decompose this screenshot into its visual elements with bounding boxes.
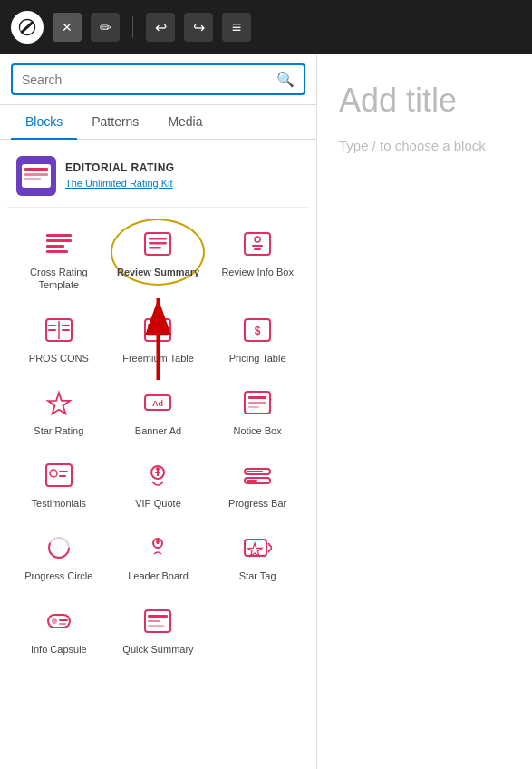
svg-rect-4 bbox=[24, 178, 41, 180]
svg-point-37 bbox=[50, 470, 57, 477]
svg-rect-24 bbox=[148, 324, 168, 326]
cross-rating-icon bbox=[40, 228, 78, 260]
svg-rect-21 bbox=[62, 325, 70, 326]
review-info-label: Review Info Box bbox=[221, 266, 293, 278]
svg-rect-34 bbox=[248, 402, 266, 404]
menu-button[interactable]: ≡ bbox=[222, 13, 251, 42]
banner-ad-label: Banner Ad bbox=[135, 424, 181, 437]
star-tag-icon bbox=[238, 531, 276, 564]
review-info-icon bbox=[238, 228, 276, 260]
editorial-icon bbox=[16, 156, 56, 196]
svg-rect-11 bbox=[149, 242, 167, 245]
block-item-leader-board[interactable]: Leader Board bbox=[111, 521, 207, 589]
info-capsule-label: Info Capsule bbox=[31, 643, 87, 656]
wp-logo[interactable] bbox=[11, 11, 44, 44]
pricing-label: Pricing Table bbox=[229, 352, 286, 365]
svg-rect-16 bbox=[254, 248, 261, 250]
block-item-cross-rating-template[interactable]: Cross Rating Template bbox=[11, 217, 107, 299]
close-button[interactable]: ✕ bbox=[53, 13, 82, 42]
editorial-subtitle[interactable]: The Unlimited Rating Kit bbox=[65, 178, 173, 189]
undo-button[interactable]: ↩ bbox=[146, 13, 175, 42]
pros-cons-label: PROS CONS bbox=[29, 352, 89, 365]
add-title[interactable]: Add title bbox=[339, 82, 510, 120]
cross-rating-label: Cross Rating Template bbox=[16, 266, 102, 292]
block-item-star-rating[interactable]: Star Rating bbox=[11, 375, 107, 444]
svg-rect-12 bbox=[149, 247, 161, 249]
block-item-info-capsule[interactable]: Info Capsule bbox=[11, 594, 107, 663]
star-rating-icon bbox=[40, 386, 78, 419]
review-summary-icon bbox=[139, 228, 177, 260]
block-item-quick-summary[interactable]: Quick Summary bbox=[111, 594, 207, 663]
tab-media[interactable]: Media bbox=[153, 105, 217, 140]
block-item-review-info-box[interactable]: Review Info Box bbox=[209, 217, 305, 299]
svg-rect-59 bbox=[148, 625, 164, 627]
main-layout: 🔍 Blocks Patterns Media bbox=[0, 54, 532, 769]
svg-rect-22 bbox=[62, 329, 70, 331]
block-item-progress-bar[interactable]: Progress Bar bbox=[209, 448, 305, 517]
block-item-banner-ad[interactable]: Ad Banner Ad bbox=[111, 375, 207, 444]
search-bar: 🔍 bbox=[0, 54, 316, 105]
svg-rect-6 bbox=[46, 239, 72, 242]
quick-summary-label: Quick Summary bbox=[122, 643, 193, 656]
search-input-wrap: 🔍 bbox=[11, 63, 305, 95]
progress-circle-label: Progress Circle bbox=[24, 569, 92, 582]
info-capsule-icon bbox=[40, 605, 78, 638]
pricing-icon: $ bbox=[238, 314, 276, 346]
left-panel: 🔍 Blocks Patterns Media bbox=[0, 54, 317, 769]
editorial-title: EDITORIAL RATING bbox=[65, 161, 175, 174]
svg-rect-53 bbox=[52, 618, 57, 624]
svg-rect-45 bbox=[247, 471, 263, 472]
svg-text:$: $ bbox=[255, 325, 261, 337]
svg-rect-33 bbox=[248, 396, 266, 399]
block-item-vip-quote[interactable]: VIP Quote bbox=[111, 448, 207, 517]
pros-cons-icon bbox=[40, 314, 78, 346]
progress-circle-icon bbox=[40, 531, 78, 564]
right-panel: Add title Type / to choose a block bbox=[317, 54, 532, 769]
svg-rect-3 bbox=[24, 173, 48, 176]
blocks-list: EDITORIAL RATING The Unlimited Rating Ki… bbox=[0, 140, 316, 769]
freemium-label: Freemium Table bbox=[122, 352, 194, 365]
search-input[interactable] bbox=[22, 73, 276, 87]
freemium-icon bbox=[139, 314, 177, 346]
svg-rect-58 bbox=[148, 620, 160, 622]
svg-rect-39 bbox=[59, 475, 66, 477]
block-item-review-summary[interactable]: Review Summary bbox=[111, 217, 207, 299]
block-item-freemium-table[interactable]: Freemium Table bbox=[111, 303, 207, 372]
notice-box-label: Notice Box bbox=[234, 424, 282, 437]
svg-rect-5 bbox=[46, 234, 72, 237]
block-item-testimonials[interactable]: Testimonials bbox=[11, 448, 107, 517]
pen-button[interactable]: ✏ bbox=[91, 13, 120, 42]
toolbar-separator bbox=[132, 16, 133, 38]
leader-board-label: Leader Board bbox=[128, 569, 189, 582]
progress-bar-label: Progress Bar bbox=[228, 497, 286, 510]
svg-rect-19 bbox=[48, 325, 56, 326]
svg-rect-54 bbox=[59, 619, 68, 621]
toolbar: ✕ ✏ ↩ ↪ ≡ bbox=[0, 0, 532, 54]
tab-patterns[interactable]: Patterns bbox=[77, 105, 153, 140]
quick-summary-icon bbox=[139, 605, 177, 638]
editorial-header: EDITORIAL RATING The Unlimited Rating Ki… bbox=[7, 149, 309, 208]
svg-rect-10 bbox=[149, 238, 167, 240]
svg-point-14 bbox=[255, 237, 260, 242]
block-item-progress-circle[interactable]: Progress Circle bbox=[11, 521, 107, 589]
vip-quote-label: VIP Quote bbox=[135, 497, 181, 510]
tab-blocks[interactable]: Blocks bbox=[11, 105, 77, 140]
svg-rect-47 bbox=[247, 480, 257, 482]
block-item-notice-box[interactable]: Notice Box bbox=[209, 375, 305, 444]
svg-rect-7 bbox=[46, 245, 64, 248]
svg-rect-25 bbox=[148, 329, 168, 331]
redo-button[interactable]: ↪ bbox=[184, 13, 213, 42]
block-item-pricing-table[interactable]: $ Pricing Table bbox=[209, 303, 305, 372]
blocks-grid: Cross Rating Template bbox=[7, 217, 309, 663]
svg-text:Ad: Ad bbox=[152, 399, 163, 408]
svg-rect-2 bbox=[24, 168, 48, 171]
review-summary-label: Review Summary bbox=[117, 266, 199, 278]
type-hint: Type / to choose a block bbox=[339, 138, 510, 153]
progress-bar-icon bbox=[238, 459, 276, 492]
svg-rect-20 bbox=[48, 329, 56, 331]
svg-rect-35 bbox=[248, 406, 259, 408]
star-rating-label: Star Rating bbox=[34, 424, 83, 437]
block-item-pros-cons[interactable]: PROS CONS bbox=[11, 303, 107, 372]
svg-rect-26 bbox=[148, 334, 168, 336]
block-item-star-tag[interactable]: Star Tag bbox=[209, 521, 305, 589]
